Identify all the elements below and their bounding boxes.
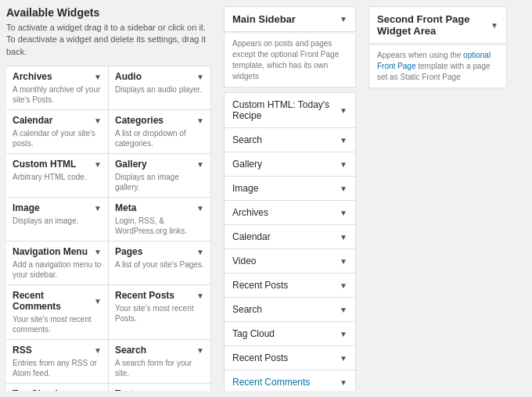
widget-arrow-icon: ▼ xyxy=(196,346,204,355)
widget-name: Pages xyxy=(115,246,142,257)
widget-name: Gallery xyxy=(115,159,147,170)
widget-name: Calendar xyxy=(13,115,52,126)
widget-arrow-icon: ▼ xyxy=(196,390,204,391)
widget-desc: Login, RSS, & WordPress.org links. xyxy=(115,216,204,236)
widget-arrow-icon: ▼ xyxy=(196,116,204,125)
sidebar-widget-arrow-icon: ▼ xyxy=(340,209,347,217)
available-widget-item[interactable]: RSS ▼ Entries from any RSS or Atom feed. xyxy=(6,339,109,384)
sidebar-widget-item[interactable]: Gallery ▼ xyxy=(224,152,356,177)
sidebar-widget-item[interactable]: Archives ▼ xyxy=(224,200,356,225)
widget-name: Tag Cloud xyxy=(13,388,58,391)
widget-desc: A monthly archive of your site's Posts. xyxy=(13,84,102,105)
main-sidebar-header: Main Sidebar ▼ xyxy=(224,6,356,32)
widget-arrow-icon: ▼ xyxy=(196,204,204,213)
sidebar-widget-arrow-icon: ▼ xyxy=(340,184,347,193)
sidebar-widget-arrow-icon: ▼ xyxy=(340,106,347,115)
second-front-description: Appears when using the optional Front Pa… xyxy=(368,45,507,88)
sidebar-widget-name: Gallery xyxy=(232,159,262,170)
widget-desc: Displays an image. xyxy=(13,216,102,226)
sidebar-widget-arrow-icon: ▼ xyxy=(340,257,347,266)
widget-arrow-icon: ▼ xyxy=(94,248,102,256)
sidebar-widget-name: Search xyxy=(232,134,262,145)
available-widget-item[interactable]: Gallery ▼ Displays an image gallery. xyxy=(108,153,211,198)
widget-arrow-icon: ▼ xyxy=(196,73,204,81)
widget-arrow-icon: ▼ xyxy=(94,116,102,125)
main-sidebar-description: Appears on posts and pages except the op… xyxy=(224,34,356,88)
available-widget-item[interactable]: Meta ▼ Login, RSS, & WordPress.org links… xyxy=(108,197,211,241)
sidebar-widget-arrow-icon: ▼ xyxy=(340,378,347,387)
widget-arrow-icon: ▼ xyxy=(196,248,204,256)
available-widget-item[interactable]: Categories ▼ A list or dropdown of categ… xyxy=(108,109,211,154)
sidebar-widget-name: Recent Posts xyxy=(232,352,288,363)
widget-desc: Your site's most recent comments. xyxy=(13,314,102,334)
widget-name: Recent Comments xyxy=(13,290,94,312)
sidebar-widget-name: Archives xyxy=(232,207,268,218)
available-widget-item[interactable]: Image ▼ Displays an image. xyxy=(6,197,109,241)
sidebar-widget-item[interactable]: Calendar ▼ xyxy=(224,224,356,249)
available-widget-item[interactable]: Navigation Menu ▼ Add a navigation menu … xyxy=(6,241,109,285)
widget-name: Categories xyxy=(115,115,164,126)
widget-name: Archives xyxy=(13,71,52,82)
sidebar-widget-name: Custom HTML: Today's Recipe xyxy=(232,99,340,121)
available-widget-item[interactable]: Custom HTML ▼ Arbitrary HTML code. xyxy=(6,153,109,198)
available-widget-item[interactable]: Pages ▼ A list of your site's Pages. xyxy=(108,241,211,285)
sidebar-widget-item[interactable]: Recent Comments ▼ xyxy=(224,370,356,391)
sidebar-widget-arrow-icon: ▼ xyxy=(340,136,347,145)
sidebar-widget-name: Recent Comments xyxy=(232,377,310,388)
widget-desc: Arbitrary HTML code. xyxy=(13,172,102,182)
available-widgets-panel: Available Widgets To activate a widget d… xyxy=(6,6,217,391)
sidebar-widget-item[interactable]: Video ▼ xyxy=(224,249,356,274)
widget-desc: A calendar of your site's posts. xyxy=(13,128,102,148)
available-widgets-desc: To activate a widget drag it to a sideba… xyxy=(6,22,211,58)
widget-desc: A search form for your site. xyxy=(115,358,204,378)
sidebar-widget-name: Calendar xyxy=(232,231,271,242)
widget-desc: Your site's most recent Posts. xyxy=(115,303,204,324)
widget-name: Recent Posts xyxy=(115,290,174,301)
widget-arrow-icon: ▼ xyxy=(94,204,102,213)
available-widget-item[interactable]: Archives ▼ A monthly archive of your sit… xyxy=(6,66,109,110)
widget-name: Image xyxy=(13,202,40,213)
sidebar-widget-item[interactable]: Image ▼ xyxy=(224,176,356,201)
sidebar-widget-name: Search xyxy=(232,304,262,315)
sidebar-widget-arrow-icon: ▼ xyxy=(340,160,347,169)
sidebar-widget-name: Image xyxy=(232,183,258,194)
available-widget-item[interactable]: Text ▼ Arbitrary text. xyxy=(108,383,211,391)
widget-desc: Displays an image gallery. xyxy=(115,172,204,192)
sidebar-widget-item[interactable]: Recent Posts ▼ xyxy=(224,273,356,298)
sidebar-widget-item[interactable]: Search ▼ xyxy=(224,297,356,322)
sidebar-widget-item[interactable]: Recent Posts ▼ xyxy=(224,345,356,370)
main-sidebar-collapse-icon[interactable]: ▼ xyxy=(340,15,347,23)
second-front-header: Second Front Page Widget Area ▼ xyxy=(368,6,507,44)
sidebar-widget-item[interactable]: Custom HTML: Today's Recipe ▼ xyxy=(224,92,356,128)
widget-desc: Add a navigation menu to your sidebar. xyxy=(13,259,102,280)
sidebar-widget-name: Tag Cloud xyxy=(232,328,275,339)
widget-name: Custom HTML xyxy=(13,159,76,170)
available-widget-item[interactable]: Recent Comments ▼ Your site's most recen… xyxy=(6,284,109,340)
available-widget-item[interactable]: Calendar ▼ A calendar of your site's pos… xyxy=(6,109,109,154)
second-front-collapse-icon[interactable]: ▼ xyxy=(491,21,498,30)
sidebar-widget-arrow-icon: ▼ xyxy=(340,281,347,290)
main-sidebar-title: Main Sidebar xyxy=(232,13,296,25)
widget-arrow-icon: ▼ xyxy=(196,160,204,169)
widget-name: Meta xyxy=(115,202,136,213)
widget-arrow-icon: ▼ xyxy=(94,73,102,81)
widget-name: Text xyxy=(115,388,134,391)
available-widget-item[interactable]: Tag Cloud ▼ A cloud of your most used ta… xyxy=(6,383,109,391)
widget-desc: A list of your site's Pages. xyxy=(115,259,204,270)
sidebar-widget-item[interactable]: Tag Cloud ▼ xyxy=(224,321,356,346)
main-sidebar-widgets: Custom HTML: Today's Recipe ▼ Search ▼ G… xyxy=(224,92,356,391)
widget-name: Search xyxy=(115,345,146,356)
widget-arrow-icon: ▼ xyxy=(94,390,102,391)
second-front-title: Second Front Page Widget Area xyxy=(377,13,491,37)
sidebar-widget-item[interactable]: Search ▼ xyxy=(224,127,356,152)
widget-arrow-icon: ▼ xyxy=(94,160,102,169)
available-widget-item[interactable]: Search ▼ A search form for your site. xyxy=(108,339,211,384)
widget-desc: Displays an audio player. xyxy=(115,84,204,95)
sidebar-widget-name: Video xyxy=(232,256,256,266)
widget-arrow-icon: ▼ xyxy=(94,346,102,355)
second-front-panel: Second Front Page Widget Area ▼ Appears … xyxy=(362,6,507,391)
widget-name: Audio xyxy=(115,71,142,82)
available-widget-item[interactable]: Audio ▼ Displays an audio player. xyxy=(108,66,211,110)
available-widget-item[interactable]: Recent Posts ▼ Your site's most recent P… xyxy=(108,284,211,340)
second-front-link[interactable]: optional Front Page xyxy=(377,51,491,70)
